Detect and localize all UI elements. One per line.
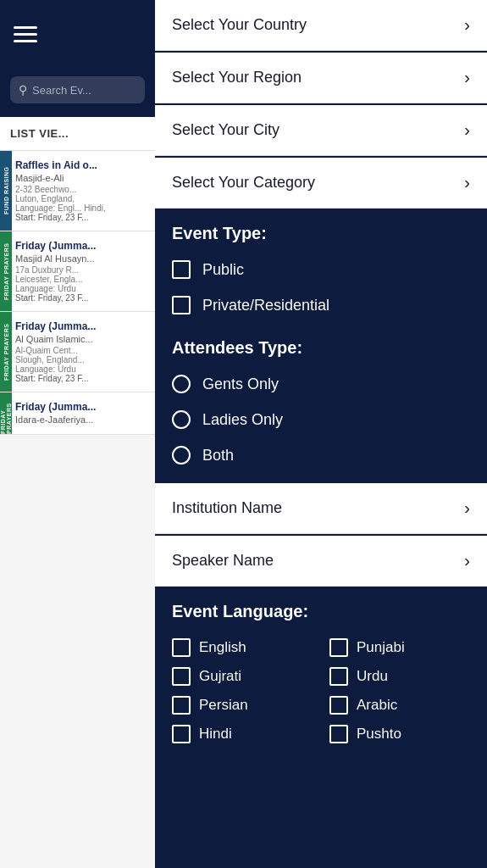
event-title: Friday (Jumma... [15,240,147,252]
list-panel: ⚲ Search Ev... LIST VIE... FUND RAISING … [0,0,155,868]
list-item[interactable]: FRIDAY PRAYERS Friday (Jumma... Idara-e-… [0,392,155,435]
country-chevron-icon: › [464,15,470,35]
filter-panel: Select Your Country › Select Your Region… [155,0,487,868]
category-label: Select Your Category [172,174,315,192]
attendees-ladies-row: Ladies Only [155,402,487,437]
country-label: Select Your Country [172,16,307,34]
event-title: Raffles in Aid o... [15,159,147,171]
event-start: Start: Friday, 23 F... [15,213,147,222]
speaker-chevron-icon: › [464,551,470,570]
lang-hindi-item: Hindi [172,725,313,743]
category-bar: FUND RAISING [0,151,12,231]
event-start: Start: Friday, 23 F... [15,374,147,383]
city-chevron-icon: › [464,120,470,140]
event-address: 17a Duxbury R... [15,265,147,275]
region-selector[interactable]: Select Your Region › [155,53,487,103]
event-city: Slough, England... [15,355,147,364]
event-language-header: Event Language: [155,587,487,630]
event-city: Luton, England, [15,194,147,203]
event-language: Language: Urdu [15,364,147,374]
speaker-selector[interactable]: Speaker Name › [155,536,487,587]
lang-urdu-item: Urdu [329,667,470,686]
list-item[interactable]: FRIDAY PRAYERS Friday (Jumma... Masjid A… [0,231,155,312]
institution-chevron-icon: › [464,498,470,518]
attendees-both-label: Both [202,447,234,465]
attendees-gents-row: Gents Only [155,366,487,402]
lang-urdu-checkbox[interactable] [329,667,348,686]
lang-arabic-label: Arabic [357,697,397,714]
lang-english-checkbox[interactable] [172,638,191,657]
lang-urdu-label: Urdu [357,668,388,685]
event-address: Al-Quaim Cent... [15,346,147,355]
lang-hindi-label: Hindi [199,726,232,743]
event-title: Friday (Jumma... [15,320,147,332]
attendees-ladies-radio[interactable] [172,410,191,429]
category-bar: FRIDAY PRAYERS [0,231,12,311]
lang-english-item: English [172,638,313,657]
event-type-private-checkbox[interactable] [172,296,191,314]
attendees-ladies-label: Ladies Only [202,411,283,429]
lang-persian-item: Persian [172,696,313,715]
list-item[interactable]: FUND RAISING Raffles in Aid o... Masjid-… [0,151,155,231]
lang-punjabi-checkbox[interactable] [329,638,348,657]
lang-persian-label: Persian [199,697,248,714]
institution-label: Institution Name [172,499,282,517]
category-chevron-icon: › [464,173,470,192]
event-language: Language: Engl... Hindi, [15,203,147,213]
event-type-private-label: Private/Residential [202,297,329,314]
city-label: Select Your City [172,121,279,139]
event-type-public-checkbox[interactable] [172,260,191,279]
lang-english-label: English [199,639,246,656]
attendees-gents-radio[interactable] [172,375,191,393]
speaker-label: Speaker Name [172,552,274,570]
search-box[interactable]: ⚲ Search Ev... [10,76,145,103]
region-label: Select Your Region [172,69,302,86]
lang-gujrati-item: Gujrati [172,667,313,686]
attendees-both-radio[interactable] [172,446,191,465]
event-list: FUND RAISING Raffles in Aid o... Masjid-… [0,151,155,435]
list-view-header: LIST VIE... [0,117,155,151]
event-title: Friday (Jumma... [15,401,147,413]
event-language: Language: Urdu [15,284,147,293]
lang-pushto-item: Pushto [329,725,470,743]
category-bar: FRIDAY PRAYERS [0,392,12,434]
lang-gujrati-label: Gujrati [199,668,241,685]
attendees-gents-label: Gents Only [202,376,279,393]
category-bar: FRIDAY PRAYERS [0,312,12,392]
event-address: 2-32 Beechwo... [15,185,147,194]
lang-pushto-checkbox[interactable] [329,725,348,743]
hamburger-button[interactable] [14,26,37,42]
search-input[interactable]: Search Ev... [32,84,91,97]
lang-arabic-checkbox[interactable] [329,696,348,715]
event-city: Leicester, Engla... [15,275,147,284]
category-selector[interactable]: Select Your Category › [155,158,487,209]
event-type-header: Event Type: [155,209,487,252]
lang-arabic-item: Arabic [329,696,470,715]
lang-punjabi-label: Punjabi [357,639,405,656]
attendees-type-header: Attendees Type: [155,323,487,366]
header-bar [0,0,155,68]
event-type-public-label: Public [202,261,244,279]
city-selector[interactable]: Select Your City › [155,105,487,156]
event-org: Al Quaim Islamic... [15,334,147,344]
event-type-public-row: Public [155,252,487,287]
attendees-both-row: Both [155,437,487,473]
search-icon: ⚲ [19,83,27,97]
lang-hindi-checkbox[interactable] [172,725,191,743]
country-selector[interactable]: Select Your Country › [155,0,487,51]
lang-gujrati-checkbox[interactable] [172,667,191,686]
event-type-private-row: Private/Residential [155,287,487,323]
region-chevron-icon: › [464,68,470,87]
institution-selector[interactable]: Institution Name › [155,483,487,534]
lang-persian-checkbox[interactable] [172,696,191,715]
language-grid: English Punjabi Gujrati Urdu Persian Ara… [155,630,487,752]
search-area: ⚲ Search Ev... [0,68,155,117]
event-start: Start: Friday, 23 F... [15,293,147,303]
lang-punjabi-item: Punjabi [329,638,470,657]
list-item[interactable]: FRIDAY PRAYERS Friday (Jumma... Al Quaim… [0,312,155,392]
event-org: Masjid-e-Ali [15,173,147,183]
event-org: Idara-e-Jaaferiya... [15,415,147,425]
lang-pushto-label: Pushto [357,726,401,743]
event-org: Masjid Al Husayn... [15,253,147,264]
